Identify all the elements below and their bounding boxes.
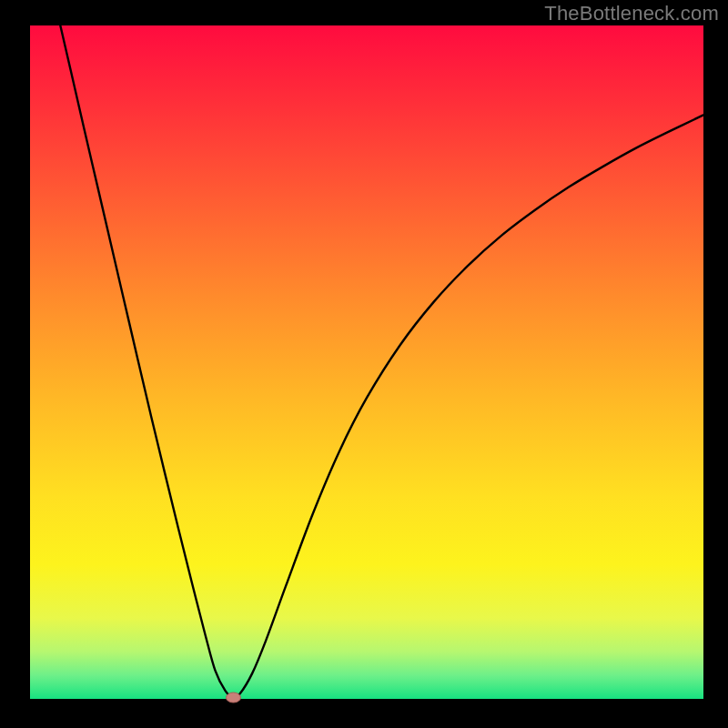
- bottleneck-chart: [0, 0, 728, 728]
- chart-frame: TheBottleneck.com: [0, 0, 728, 728]
- min-point-marker: [226, 693, 240, 703]
- gradient-background: [30, 25, 703, 699]
